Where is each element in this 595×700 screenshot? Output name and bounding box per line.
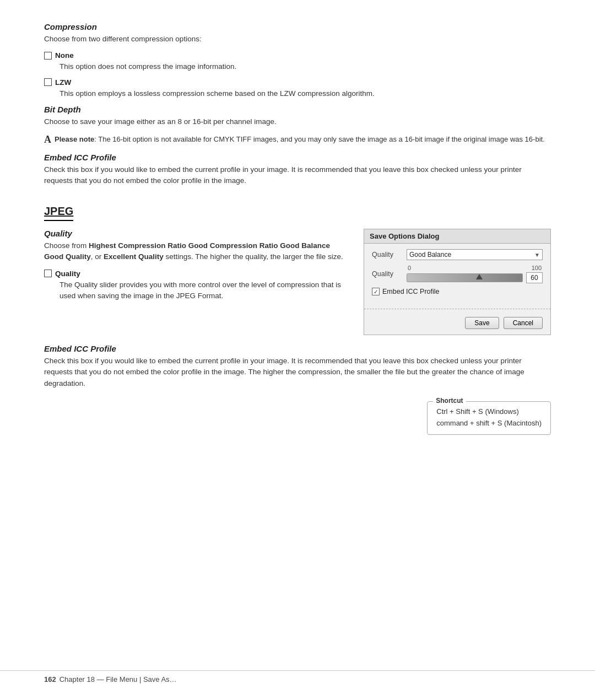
embed-icc-desc-1: Check this box if you would like to embe… [44,164,551,187]
quality-section: Quality Choose from Highest Compression … [44,229,551,335]
dialog-buttons: Save Cancel [364,314,550,335]
bit-depth-title: Bit Depth [44,105,551,114]
quality-text-column: Quality Choose from Highest Compression … [44,229,347,307]
dialog-quality-row: Quality Good Balance ▼ [372,249,543,260]
quality-dropdown[interactable]: Good Balance ▼ [407,249,543,260]
note-icon: A [44,134,51,144]
compression-title: Compression [44,22,551,31]
shortcut-line2: command + shift + S (Macintosh) [436,418,542,429]
jpeg-heading: JPEG [44,205,73,221]
dialog-body: Quality Good Balance ▼ Quality 0 100 [364,244,550,304]
quality-checkbox-icon [44,270,52,277]
slider-value-box: 60 [526,272,543,283]
lzw-description: This option employs a lossless compressi… [44,88,551,99]
embed-icc-title-2: Embed ICC Profile [44,344,551,353]
shortcut-box: Shortcut Ctrl + Shift + S (Windows) comm… [427,401,551,435]
slider-thumb-icon [476,274,483,279]
none-checkbox-icon [44,52,52,60]
dialog-slider-label-row: Quality 0 100 60 [372,265,543,283]
dropdown-arrow-icon: ▼ [534,252,540,258]
quality-slider[interactable] [407,273,523,282]
cancel-button[interactable]: Cancel [504,317,543,329]
lzw-checkbox-icon [44,78,52,86]
shortcut-label: Shortcut [433,397,466,405]
dialog-quality-label: Quality [372,251,402,259]
quality-dropdown-value: Good Balance [409,251,451,259]
footer: 162 Chapter 18 — File Menu | Save As… [0,670,595,683]
shortcut-text: Ctrl + Shift + S (Windows) command + shi… [436,406,542,429]
save-options-dialog: Save Options Dialog Quality Good Balance… [364,229,551,335]
embed-icc-row: ✓ Embed ICC Profile [372,288,543,295]
page-number: 162 [44,675,56,683]
lzw-heading: LZW [44,78,551,87]
quality-title: Quality [44,229,347,238]
shortcut-line1: Ctrl + Shift + S (Windows) [436,406,542,418]
embed-checkbox[interactable]: ✓ [372,288,380,295]
note-block: A Please note: The 16-bit option is not … [44,134,551,145]
quality-intro-text: Choose from Highest Compression Ratio Go… [44,240,347,263]
slider-container: 60 [407,272,543,283]
quality-sub-heading: Quality [44,270,347,278]
none-heading: None [44,51,551,60]
embed-icc-title-1: Embed ICC Profile [44,153,551,162]
save-button[interactable]: Save [465,317,499,329]
dialog-quality-label2: Quality [372,270,402,278]
none-description: This option does not compress the image … [44,61,551,72]
bit-depth-desc: Choose to save your image either as an 8… [44,116,551,127]
embed-icc-label: Embed ICC Profile [382,288,440,295]
note-text: Please note: The 16-bit option is not av… [55,134,545,145]
compression-intro: Choose from two different compression op… [44,34,551,45]
slider-labels: 0 100 [407,265,543,271]
quality-sub-desc: The Quality slider provides you with mor… [44,279,347,302]
footer-chapter: Chapter 18 — File Menu | Save As… [60,675,177,683]
embed-icc-desc-2: Check this box if you would like to embe… [44,356,551,389]
dialog-divider [364,309,550,309]
dialog-title-bar: Save Options Dialog [364,229,550,244]
